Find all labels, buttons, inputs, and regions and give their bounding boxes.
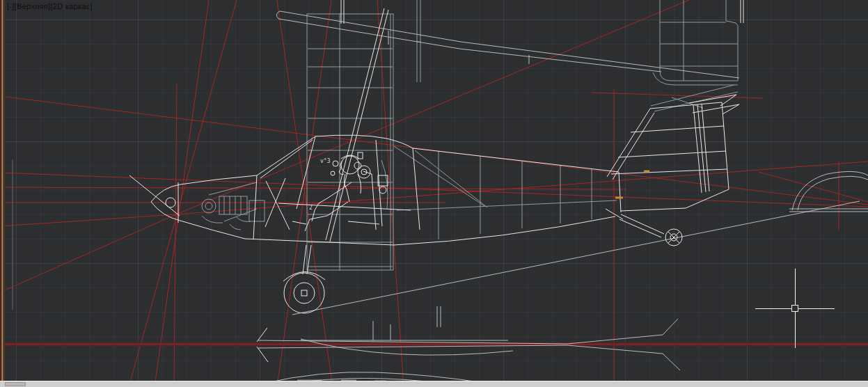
drawing-canvas: v°3 2 (0, 0, 868, 387)
scrollbar-thumb[interactable] (5, 382, 26, 386)
crosshair-cursor (755, 269, 835, 348)
horizontal-scrollbar[interactable] (0, 381, 868, 387)
viewport-controls[interactable]: [-][Верхняя][2D каркас] (7, 2, 93, 10)
pickbox-icon (792, 306, 798, 312)
window-left-border (0, 0, 5, 387)
wireframe-secondary-layer (202, 0, 738, 270)
panel-annotation: 2 (309, 205, 313, 211)
cad-viewport[interactable]: v°3 2 [-][Верхняя][2D каркас] (0, 0, 868, 387)
cockpit-annotation: v°3 (320, 158, 331, 164)
